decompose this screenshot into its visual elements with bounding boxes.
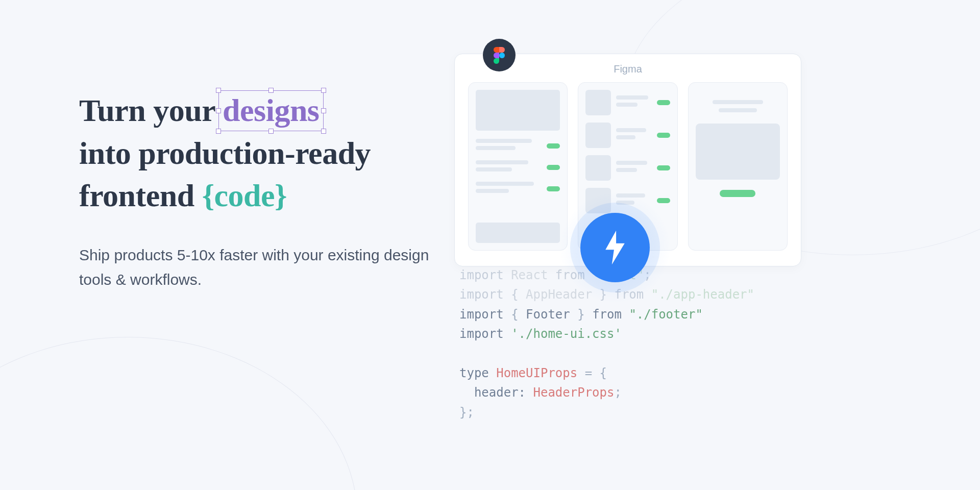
code-line bbox=[459, 344, 754, 363]
selection-handle-icon bbox=[216, 88, 221, 93]
skeleton-line bbox=[713, 100, 763, 104]
code-text: {code} bbox=[202, 178, 287, 213]
selection-handle-icon bbox=[321, 129, 326, 134]
figma-logo-icon bbox=[494, 47, 505, 63]
skeleton-pill bbox=[547, 143, 560, 149]
headline-part1: Turn your bbox=[79, 93, 215, 128]
figma-badge bbox=[483, 39, 516, 71]
hero-subheadline: Ship products 5-10x faster with your exi… bbox=[79, 243, 449, 292]
skeleton-thumb bbox=[585, 155, 611, 181]
skeleton-pill bbox=[657, 100, 670, 105]
skeleton-line bbox=[719, 108, 756, 112]
figma-frame-1 bbox=[468, 82, 568, 251]
hero-right: Figma bbox=[449, 0, 980, 490]
selection-handle-icon bbox=[216, 108, 221, 113]
code-line: }; bbox=[459, 403, 754, 422]
headline-part2: into production-ready bbox=[79, 136, 371, 170]
skeleton-footer bbox=[476, 223, 560, 243]
designs-selection-box: designs bbox=[219, 89, 322, 132]
hero-container: Turn your designs into production-ready … bbox=[0, 0, 980, 490]
code-line: type HomeUIProps = { bbox=[459, 363, 754, 383]
code-line: header: HeaderProps; bbox=[459, 383, 754, 402]
hero-headline: Turn your designs into production-ready … bbox=[79, 89, 449, 217]
selection-handle-icon bbox=[216, 129, 221, 134]
figma-frame-3 bbox=[688, 82, 788, 251]
selection-handle-icon bbox=[268, 88, 274, 93]
headline-part3: frontend bbox=[79, 178, 194, 213]
selection-handle-icon bbox=[268, 129, 274, 134]
code-line: import './home-ui.css' bbox=[459, 324, 754, 344]
lightning-badge bbox=[559, 191, 671, 304]
selection-handle-icon bbox=[321, 108, 326, 113]
code-line: import { Footer } from "./footer" bbox=[459, 305, 754, 324]
skeleton-hero bbox=[476, 90, 560, 131]
skeleton-pill bbox=[547, 186, 560, 191]
lightning-bolt-icon bbox=[602, 230, 628, 265]
designs-text: designs bbox=[223, 93, 319, 128]
selection-handle-icon bbox=[321, 88, 326, 93]
skeleton-thumb bbox=[585, 90, 611, 115]
skeleton-hero bbox=[696, 124, 780, 180]
skeleton-button bbox=[720, 190, 755, 197]
skeleton-thumb bbox=[585, 122, 611, 148]
skeleton-pill bbox=[547, 165, 560, 170]
skeleton-pill bbox=[657, 133, 670, 138]
skeleton-pill bbox=[657, 165, 670, 170]
hero-left: Turn your designs into production-ready … bbox=[0, 0, 449, 490]
